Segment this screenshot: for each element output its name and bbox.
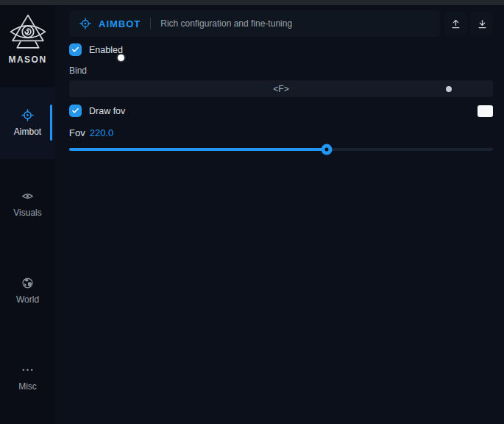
slider-handle[interactable] [322, 144, 333, 155]
download-icon [477, 18, 488, 29]
screen: MASON Aimbot Visuals [0, 0, 504, 424]
bind-indicator-dot [446, 86, 452, 92]
upload-icon [450, 18, 461, 29]
sidebar-item-world[interactable]: World [0, 269, 55, 313]
bind-label: Bind [69, 66, 493, 76]
sidebar: MASON Aimbot Visuals [0, 5, 55, 424]
sidebar-item-label: Aimbot [14, 127, 41, 137]
bind-value: <F> [273, 84, 288, 94]
main-content: AIMBOT Rich configuration and fine-tunin… [55, 5, 504, 424]
header-divider [150, 18, 151, 29]
fov-label-row: Fov220.0 [69, 127, 493, 138]
brand-name: MASON [8, 54, 46, 65]
eye-icon [21, 190, 34, 202]
header-row: AIMBOT Rich configuration and fine-tunin… [69, 10, 493, 37]
sidebar-item-label: Visuals [13, 208, 41, 218]
globe-icon [21, 277, 34, 289]
fov-value: 220.0 [90, 127, 114, 138]
ellipsis-icon [21, 364, 34, 376]
check-icon [71, 107, 79, 115]
bind-input[interactable]: <F> [69, 80, 493, 97]
enabled-checkbox[interactable] [69, 43, 82, 56]
sidebar-item-label: World [16, 294, 39, 305]
background-window-edge [0, 0, 504, 5]
draw-fov-row: Draw fov [69, 105, 493, 117]
sidebar-item-label: Misc [18, 381, 37, 392]
enabled-row: Enabled [69, 43, 493, 56]
draw-fov-checkbox[interactable] [69, 105, 82, 117]
brand: MASON [0, 13, 55, 65]
check-icon [71, 46, 79, 54]
section-header: AIMBOT Rich configuration and fine-tunin… [69, 10, 440, 37]
crosshair-icon [21, 109, 34, 121]
fov-slider[interactable] [69, 144, 493, 155]
page-title: AIMBOT [99, 18, 141, 29]
fov-color-swatch[interactable] [478, 105, 493, 117]
sidebar-item-visuals[interactable]: Visuals [0, 182, 55, 226]
sidebar-item-aimbot[interactable]: Aimbot [0, 87, 55, 159]
page-subtitle: Rich configuration and fine-tuning [160, 18, 292, 29]
mason-logo-icon [7, 13, 49, 52]
app-window: MASON Aimbot Visuals [0, 5, 504, 424]
upload-config-button[interactable] [444, 12, 466, 35]
fov-label: Fov [69, 127, 85, 138]
draw-fov-label: Draw fov [89, 106, 125, 116]
crosshair-icon [79, 18, 91, 29]
slider-fill [69, 148, 327, 151]
enabled-label: Enabled [89, 45, 123, 55]
download-config-button[interactable] [471, 12, 493, 35]
slider-track[interactable] [69, 148, 493, 151]
sidebar-item-misc[interactable]: Misc [0, 356, 55, 400]
mouse-cursor-dot [118, 54, 124, 61]
